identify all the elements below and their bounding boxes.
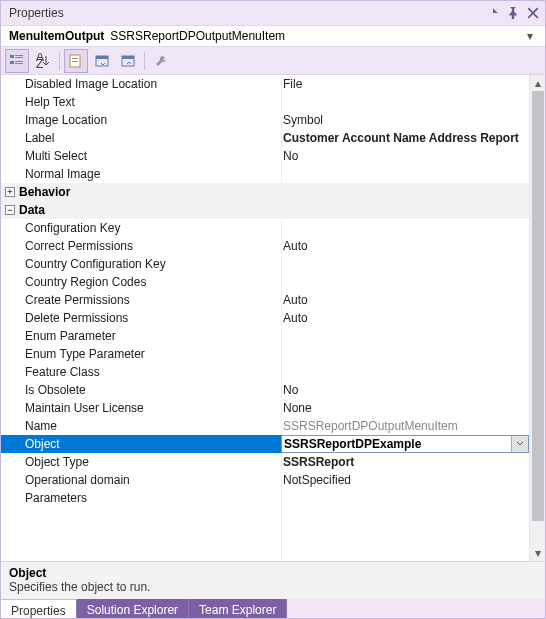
property-row[interactable]: LabelCustomer Account Name Address Repor… xyxy=(1,129,529,147)
scroll-up-icon[interactable]: ▴ xyxy=(530,75,545,91)
property-row[interactable]: Create PermissionsAuto xyxy=(1,291,529,309)
category-label: Data xyxy=(19,201,45,219)
tab-solution-explorer[interactable]: Solution Explorer xyxy=(77,599,189,619)
expand-icon[interactable]: − xyxy=(5,205,15,215)
svg-rect-4 xyxy=(15,61,23,62)
property-value: Auto xyxy=(281,291,529,309)
property-value: SSRSReportDPExample xyxy=(282,435,511,453)
property-row[interactable]: Object TypeSSRSReport xyxy=(1,453,529,471)
category-row[interactable]: −Data xyxy=(1,201,529,219)
property-row[interactable]: Feature Class xyxy=(1,363,529,381)
category-label: Behavior xyxy=(19,183,70,201)
property-label: Country Configuration Key xyxy=(25,255,281,273)
property-grid: Disabled Image LocationFileHelp TextImag… xyxy=(1,75,545,561)
svg-rect-9 xyxy=(72,58,78,59)
property-value: NotSpecified xyxy=(281,471,529,489)
svg-rect-2 xyxy=(15,57,23,58)
scroll-thumb[interactable] xyxy=(532,91,544,521)
svg-rect-1 xyxy=(15,55,23,56)
svg-rect-5 xyxy=(15,63,23,64)
property-label: Label xyxy=(25,129,281,147)
property-value: Symbol xyxy=(281,111,529,129)
property-label: Configuration Key xyxy=(25,219,281,237)
property-value: Auto xyxy=(281,237,529,255)
property-label: Operational domain xyxy=(25,471,281,489)
property-row[interactable]: Help Text xyxy=(1,93,529,111)
property-value: No xyxy=(281,381,529,399)
description-title: Object xyxy=(9,566,537,580)
svg-rect-0 xyxy=(10,55,14,58)
property-label: Multi Select xyxy=(25,147,281,165)
title-bar: Properties xyxy=(1,1,545,25)
properties-toolbar: AZ xyxy=(1,47,545,75)
property-label: Enum Parameter xyxy=(25,327,281,345)
description-text: Specifies the object to run. xyxy=(9,580,537,594)
property-value: File xyxy=(281,75,529,93)
category-row[interactable]: +Behavior xyxy=(1,183,529,201)
property-label: Enum Type Parameter xyxy=(25,345,281,363)
pin-icon[interactable] xyxy=(505,5,521,21)
object-type: MenuItemOutput xyxy=(9,29,104,43)
object-name: SSRSReportDPOutputMenuItem xyxy=(110,29,285,43)
property-row[interactable]: Multi SelectNo xyxy=(1,147,529,165)
alphabetical-button[interactable]: AZ xyxy=(31,49,55,73)
svg-rect-10 xyxy=(72,61,78,62)
tool-window-tabs: PropertiesSolution ExplorerTeam Explorer xyxy=(1,599,545,619)
property-row[interactable]: Normal Image xyxy=(1,165,529,183)
property-label: Is Obsolete xyxy=(25,381,281,399)
property-label: Correct Permissions xyxy=(25,237,281,255)
property-value: Customer Account Name Address Report xyxy=(281,129,529,147)
scroll-down-icon[interactable]: ▾ xyxy=(530,545,545,561)
close-icon[interactable] xyxy=(525,5,541,21)
property-row[interactable]: Correct PermissionsAuto xyxy=(1,237,529,255)
property-pages-button[interactable] xyxy=(64,49,88,73)
property-row[interactable]: ObjectSSRSReportDPExample xyxy=(1,435,529,453)
property-row[interactable]: Country Region Codes xyxy=(1,273,529,291)
property-row[interactable]: NameSSRSReportDPOutputMenuItem xyxy=(1,417,529,435)
property-label: Country Region Codes xyxy=(25,273,281,291)
property-row[interactable]: Delete PermissionsAuto xyxy=(1,309,529,327)
property-row[interactable]: Is ObsoleteNo xyxy=(1,381,529,399)
toolbar-button-5[interactable] xyxy=(116,49,140,73)
property-value: SSRSReport xyxy=(281,453,529,471)
property-value: SSRSReportDPOutputMenuItem xyxy=(281,417,529,435)
property-label: Parameters xyxy=(25,489,281,507)
property-row[interactable]: Disabled Image LocationFile xyxy=(1,75,529,93)
property-label: Object Type xyxy=(25,453,281,471)
property-value-editor[interactable]: SSRSReportDPExample xyxy=(281,435,529,453)
object-selector[interactable]: MenuItemOutput SSRSReportDPOutputMenuIte… xyxy=(1,25,545,47)
tab-team-explorer[interactable]: Team Explorer xyxy=(189,599,287,619)
tab-properties[interactable]: Properties xyxy=(1,599,77,619)
chevron-down-icon: ▾ xyxy=(523,29,537,43)
categorized-button[interactable] xyxy=(5,49,29,73)
vertical-scrollbar[interactable]: ▴ ▾ xyxy=(529,75,545,561)
panel-title: Properties xyxy=(9,6,481,20)
property-row[interactable]: Enum Parameter xyxy=(1,327,529,345)
property-label: Create Permissions xyxy=(25,291,281,309)
property-label: Delete Permissions xyxy=(25,309,281,327)
svg-rect-3 xyxy=(10,61,14,64)
expand-icon[interactable]: + xyxy=(5,187,15,197)
property-label: Maintain User License xyxy=(25,399,281,417)
toolbar-button-4[interactable] xyxy=(90,49,114,73)
property-row[interactable]: Image LocationSymbol xyxy=(1,111,529,129)
property-label: Image Location xyxy=(25,111,281,129)
property-row[interactable]: Country Configuration Key xyxy=(1,255,529,273)
svg-rect-14 xyxy=(122,56,134,59)
property-label: Name xyxy=(25,417,281,435)
property-row[interactable]: Parameters xyxy=(1,489,529,507)
property-label: Feature Class xyxy=(25,363,281,381)
property-value: None xyxy=(281,399,529,417)
property-row[interactable]: Maintain User LicenseNone xyxy=(1,399,529,417)
property-row[interactable]: Enum Type Parameter xyxy=(1,345,529,363)
property-row[interactable]: Configuration Key xyxy=(1,219,529,237)
window-position-icon[interactable] xyxy=(485,5,501,21)
description-pane: Object Specifies the object to run. xyxy=(1,561,545,599)
property-value: No xyxy=(281,147,529,165)
property-value: Auto xyxy=(281,309,529,327)
toolbar-separator xyxy=(144,52,145,70)
svg-text:Z: Z xyxy=(36,57,43,69)
dropdown-button[interactable] xyxy=(511,436,528,452)
wrench-button[interactable] xyxy=(149,49,173,73)
property-row[interactable]: Operational domainNotSpecified xyxy=(1,471,529,489)
